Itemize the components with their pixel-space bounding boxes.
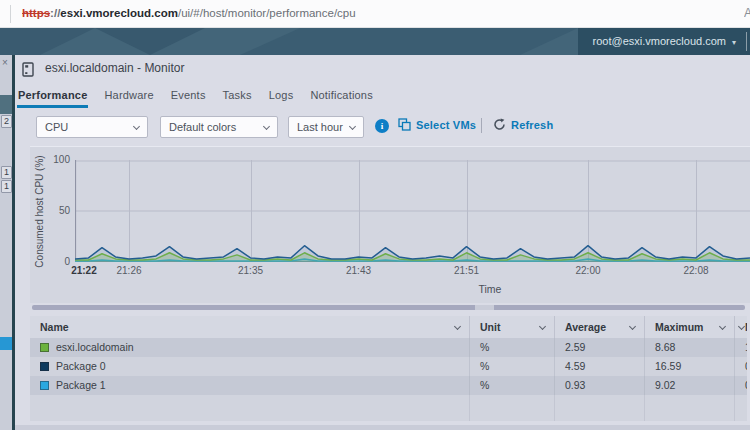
address-bar[interactable]: https://esxi.vmorecloud.com/ui/#/host/mo…	[0, 0, 750, 28]
tab-tasks[interactable]: Tasks	[222, 87, 253, 105]
url-separator: ://	[50, 7, 60, 19]
x-tick-label: 21:26	[116, 265, 141, 276]
select-vms-label: Select VMs	[416, 119, 476, 131]
empty-cell	[645, 395, 735, 421]
cell-name: Package 0	[30, 357, 470, 376]
tabs: PerformanceHardwareEventsTasksLogsNotifi…	[17, 85, 389, 109]
y-tick-label: 0	[44, 256, 70, 267]
cell-unit: %	[470, 357, 555, 376]
column-menu-caret-icon[interactable]	[629, 323, 636, 330]
column-menu-caret-icon[interactable]	[738, 323, 745, 330]
navigator-strip: × 211	[0, 55, 15, 430]
url-path: /ui/#/host/monitor/performance/cpu	[178, 7, 356, 19]
x-tick-label: 21:22	[71, 265, 97, 276]
metric-dropdown[interactable]: CPU	[36, 116, 148, 138]
chevron-down-icon	[133, 123, 140, 130]
table-header-row: NameUnitAverageMaximumM	[30, 316, 747, 338]
series-name: Package 0	[56, 360, 106, 372]
empty-cell	[470, 395, 555, 421]
series-name: esxi.localdomain	[56, 341, 134, 353]
series-name: Package 1	[56, 379, 106, 391]
empty-cell	[30, 395, 470, 421]
page-title: esxi.localdomain - Monitor	[45, 61, 184, 75]
chevron-down-icon: ▾	[732, 38, 736, 47]
navigator-selected-band	[0, 95, 12, 114]
stats-table: NameUnitAverageMaximumM esxi.localdomain…	[30, 316, 747, 421]
cell-minimum: 0	[735, 376, 747, 395]
tab-hardware[interactable]: Hardware	[103, 87, 154, 105]
tab-events[interactable]: Events	[170, 87, 207, 105]
cell-unit: %	[470, 376, 555, 395]
screen: https://esxi.vmorecloud.com/ui/#/host/mo…	[0, 0, 750, 430]
scrollbar-notch	[475, 305, 494, 310]
cell-minimum: 1.	[735, 338, 747, 357]
url-scheme: https	[22, 7, 50, 19]
cell-unit: %	[470, 338, 555, 357]
y-tick-label: 50	[44, 205, 70, 216]
navigator-count-badge: 1	[1, 180, 12, 193]
column-header-label: Maximum	[655, 321, 703, 333]
user-menu-label: root@esxi.vmorecloud.com	[593, 35, 726, 47]
x-tick-label: 21:43	[346, 265, 371, 276]
x-tick-label: 21:35	[238, 265, 263, 276]
tab-notifications[interactable]: Notifications	[309, 87, 374, 105]
table-row[interactable]: esxi.localdomain%2.598.681.	[30, 338, 747, 357]
column-menu-caret-icon[interactable]	[454, 323, 461, 330]
navigator-count-badge: 2	[1, 115, 12, 128]
app-header: root@esxi.vmorecloud.com▾	[0, 28, 750, 55]
cell-minimum: 0	[735, 357, 747, 376]
metric-dropdown-value: CPU	[45, 121, 68, 133]
x-tick-label: 21:51	[454, 265, 479, 276]
empty-cell	[555, 395, 645, 421]
chevron-down-icon	[263, 123, 270, 130]
cell-average: 0.93	[555, 376, 645, 395]
cell-maximum: 16.59	[645, 357, 735, 376]
column-header-label: Average	[565, 321, 606, 333]
colors-dropdown[interactable]: Default colors	[160, 116, 278, 138]
x-tick-label: 22:00	[575, 265, 600, 276]
refresh-label: Refresh	[511, 119, 553, 131]
series-color-swatch	[40, 362, 49, 371]
x-axis-ticks: 21:2221:2621:3521:4321:5122:0022:08	[75, 265, 750, 278]
horizontal-scrollbar[interactable]	[32, 305, 745, 310]
toolbar-separator	[481, 118, 482, 133]
column-menu-caret-icon[interactable]	[539, 323, 546, 330]
tab-performance[interactable]: Performance	[17, 87, 88, 108]
x-axis-label: Time	[440, 283, 540, 295]
series-color-swatch	[40, 343, 49, 352]
y-tick-label: 100	[44, 154, 70, 165]
column-header-average[interactable]: Average	[555, 316, 645, 338]
performance-chart: Consumed host CPU (%) 050100 21:2221:262…	[30, 146, 750, 303]
tab-logs[interactable]: Logs	[268, 87, 295, 105]
address-bar-separator	[10, 5, 11, 23]
host-icon	[22, 62, 34, 77]
column-header-label: Unit	[480, 321, 500, 333]
cell-average: 4.59	[555, 357, 645, 376]
vm-icon	[398, 118, 411, 131]
select-vms-button[interactable]: Select VMs	[398, 118, 476, 131]
colors-dropdown-value: Default colors	[169, 121, 236, 133]
table-row[interactable]: Package 1%0.939.020	[30, 376, 747, 395]
refresh-icon	[493, 118, 506, 131]
column-header-label: M	[745, 321, 747, 333]
column-header-name[interactable]: Name	[30, 316, 470, 338]
url-text: https://esxi.vmorecloud.com/ui/#/host/mo…	[22, 0, 356, 27]
info-icon[interactable]: i	[375, 119, 389, 133]
cell-maximum: 9.02	[645, 376, 735, 395]
column-header-maximum[interactable]: Maximum	[645, 316, 735, 338]
table-row[interactable]: Package 0%4.5916.590	[30, 357, 747, 376]
url-host: esxi.vmorecloud.com	[60, 7, 178, 19]
browser-partial-glyph: A	[744, 0, 750, 27]
user-menu[interactable]: root@esxi.vmorecloud.com▾	[593, 28, 736, 55]
cell-average: 2.59	[555, 338, 645, 357]
time-range-dropdown[interactable]: Last hour	[288, 116, 364, 138]
column-header-unit[interactable]: Unit	[470, 316, 555, 338]
cell-name: Package 1	[30, 376, 470, 395]
column-header-label: Name	[40, 321, 69, 333]
close-icon: ×	[2, 57, 8, 68]
cell-name: esxi.localdomain	[30, 338, 470, 357]
x-tick-label: 22:08	[683, 265, 708, 276]
column-header-m[interactable]: M	[735, 316, 747, 338]
refresh-button[interactable]: Refresh	[493, 118, 553, 131]
column-menu-caret-icon[interactable]	[719, 323, 726, 330]
